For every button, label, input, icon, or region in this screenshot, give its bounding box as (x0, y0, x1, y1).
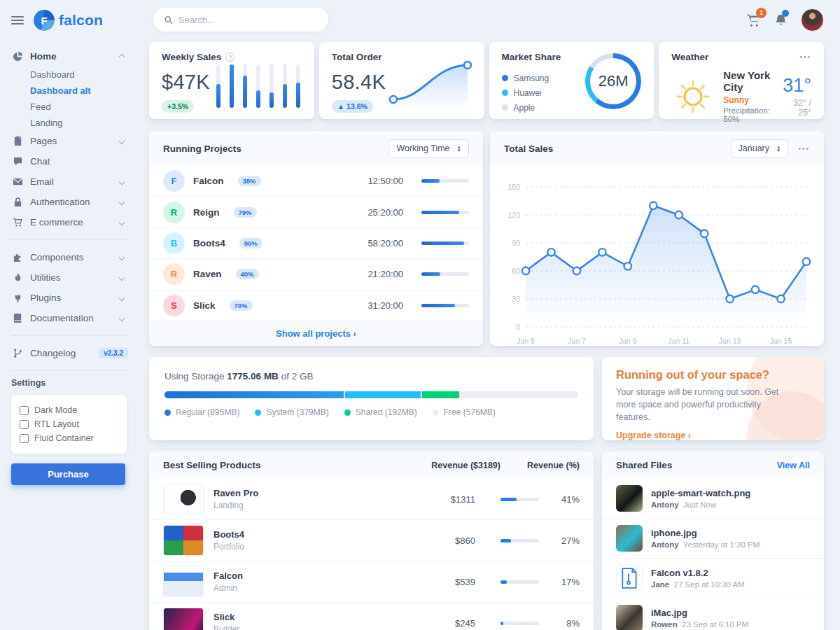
product-thumbnail (163, 608, 204, 630)
sidebar-item-components[interactable]: Components (11, 247, 138, 267)
shared-files-title: Shared Files (616, 460, 672, 470)
weather-menu-icon[interactable]: ••• (799, 53, 811, 61)
product-revenue-pct: 27% (554, 536, 580, 546)
cart-button[interactable]: 1 (746, 13, 761, 27)
sidebar-item-dashboard-alt[interactable]: Dashboard alt (11, 83, 138, 99)
project-name[interactable]: Raven (193, 269, 222, 279)
file-document-icon (616, 565, 643, 592)
sidebar-item-chat[interactable]: Chat (11, 151, 138, 172)
running-projects-card: Running Projects Working Time ▲▼ FFalcon… (149, 131, 483, 346)
checkbox-dark-mode[interactable] (20, 406, 29, 415)
info-icon[interactable]: ? (225, 52, 234, 62)
file-thumbnail (616, 605, 643, 630)
weather-condition: Sunny (723, 95, 774, 105)
product-revenue-pct: 17% (554, 577, 580, 587)
sidebar-item-documentation[interactable]: Documentation (11, 308, 138, 328)
market-share-card: Market Share SamsungHuaweiApple 26M (489, 42, 654, 119)
product-name[interactable]: Raven Pro (214, 488, 258, 498)
storage-legend-item: Free (576MB) (433, 407, 496, 417)
product-name[interactable]: Boots4 (214, 529, 244, 540)
sidebar-nav: HomeDashboardDashboard altFeedLandingPag… (11, 46, 138, 371)
file-name[interactable]: apple-smart-watch.png (651, 488, 750, 498)
product-name[interactable]: Falcon (214, 570, 243, 581)
storage-legend-label: Free (576MB) (444, 407, 496, 417)
project-name[interactable]: Reign (193, 207, 220, 218)
project-percent-badge: 38% (238, 176, 261, 186)
sidebar-item-landing[interactable]: Landing (11, 115, 138, 131)
project-name[interactable]: Falcon (193, 176, 224, 186)
checkbox-fluid-container[interactable] (20, 434, 29, 443)
svg-text:Jan 7: Jan 7 (568, 337, 586, 345)
sidebar-item-changelog[interactable]: Changelogv2.3.2 (11, 343, 138, 363)
sidebar-item-dashboard[interactable]: Dashboard (11, 66, 138, 83)
file-name[interactable]: iphone.jpg (651, 528, 760, 538)
legend-dot-icon (502, 90, 508, 96)
sidebar-item-e-commerce[interactable]: E commerce (11, 212, 138, 232)
upgrade-storage-link[interactable]: Upgrade storage › (616, 430, 691, 440)
flame-icon (13, 272, 23, 283)
file-name[interactable]: iMac.jpg (651, 608, 748, 618)
month-select[interactable]: January ▲▼ (731, 139, 789, 158)
checkbox-label: RTL Layout (34, 419, 79, 429)
sidebar-item-plugins[interactable]: Plugins (11, 288, 138, 308)
chat-icon (13, 156, 23, 167)
file-meta: Antony Yesterday at 1:30 PM (651, 540, 760, 549)
sidebar-item-label: Email (30, 176, 113, 187)
topbar: 1 (149, 0, 824, 39)
svg-text:120: 120 (507, 211, 520, 219)
legend-dot-icon (255, 410, 261, 416)
weekly-sales-bar (216, 64, 220, 108)
file-thumbnail (616, 485, 643, 512)
book-icon (13, 313, 23, 323)
project-name[interactable]: Boots4 (193, 238, 225, 248)
product-category: Admin (214, 583, 243, 593)
svg-text:150: 150 (507, 183, 520, 191)
working-time-select[interactable]: Working Time ▲▼ (388, 139, 469, 158)
revenue-column-header: Revenue ($3189) (431, 461, 500, 470)
view-all-link[interactable]: View All (777, 461, 810, 470)
weekly-sales-bar (296, 64, 300, 108)
sidebar-item-label: Documentation (30, 313, 113, 323)
storage-segment (164, 391, 344, 398)
hamburger-menu-icon[interactable] (11, 14, 24, 27)
notifications-button[interactable] (774, 13, 788, 27)
chevron-up-icon (119, 53, 125, 59)
storage-legend-label: System (379MB) (266, 407, 328, 417)
brand-logo[interactable]: falcon (34, 10, 103, 31)
user-avatar[interactable] (801, 8, 824, 31)
weekly-sales-bar (243, 64, 247, 108)
weekly-sales-bar (283, 64, 287, 108)
legend-dot-icon (164, 410, 171, 416)
sidebar-item-utilities[interactable]: Utilities (11, 267, 138, 288)
product-progress-bar (500, 498, 539, 501)
project-time: 31:20:00 (368, 300, 403, 311)
product-list: Raven ProLanding$131141%Boots4Portfolio$… (149, 479, 594, 630)
sidebar-item-feed[interactable]: Feed (11, 99, 138, 115)
svg-text:30: 30 (512, 295, 520, 303)
file-meta: Jane 27 Sep at 10:30 AM (651, 580, 745, 589)
weather-temperature: 31° (783, 75, 811, 97)
purchase-button[interactable]: Purchase (11, 463, 125, 485)
total-sales-menu-icon[interactable]: ••• (798, 145, 810, 153)
total-sales-line-chart: 0306090120150Jan 5Jan 7Jan 9Jan 11Jan 13… (490, 166, 824, 351)
checkbox-rtl-layout[interactable] (20, 420, 29, 429)
sidebar-item-authentication[interactable]: Authentication (11, 192, 138, 212)
chevron-down-icon (119, 219, 125, 225)
show-all-projects-link[interactable]: Show all projects › (149, 321, 483, 346)
search-input[interactable] (178, 15, 317, 25)
sidebar-item-email[interactable]: Email (11, 172, 138, 192)
setting-row-rtl-layout: RTL Layout (20, 417, 118, 431)
storage-legend-item: Shared (192MB) (344, 407, 417, 417)
file-name[interactable]: Falcon v1.8.2 (651, 568, 745, 578)
lock-icon (13, 197, 23, 207)
sidebar-item-home[interactable]: Home (11, 46, 138, 66)
sidebar-item-pages[interactable]: Pages (11, 131, 138, 151)
project-name[interactable]: Slick (193, 300, 216, 311)
project-avatar: S (163, 295, 185, 316)
shared-files-card: Shared Files View All apple-smart-watch.… (602, 451, 824, 630)
project-row-raven: RRaven40%21:20:00 (149, 259, 483, 290)
product-name[interactable]: Slick (214, 612, 239, 622)
upgrade-heading: Running out of your space? (616, 368, 810, 382)
search-box[interactable] (153, 8, 328, 31)
total-order-card: Total Order 58.4K ▲ 13.6% (319, 42, 484, 119)
